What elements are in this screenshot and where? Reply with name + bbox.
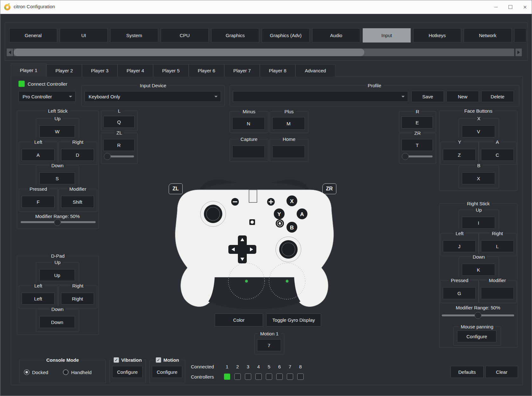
tab-advanced[interactable]: Advanced: [295, 64, 335, 76]
player-pane: [11, 76, 523, 385]
tab-partial[interactable]: [514, 28, 526, 43]
tab-input[interactable]: Input: [363, 28, 411, 43]
scroll-left-icon: [9, 50, 11, 54]
minimize-icon: [494, 7, 498, 7]
tab-player-3[interactable]: Player 3: [82, 64, 118, 76]
tab-player-5[interactable]: Player 5: [153, 64, 189, 76]
configuration-window: citron Configuration ✕ General UI System…: [0, 0, 532, 396]
window-title: citron Configuration: [14, 4, 55, 9]
tabstrip-scroll-right-button[interactable]: [515, 49, 522, 56]
tab-hotkeys[interactable]: Hotkeys: [413, 28, 461, 43]
tab-graphics-adv[interactable]: Graphics (Adv): [262, 28, 310, 43]
tab-player-2[interactable]: Player 2: [46, 64, 82, 76]
title-bar: citron Configuration ✕: [0, 0, 532, 14]
tab-player-1[interactable]: Player 1: [11, 63, 46, 76]
tab-system[interactable]: System: [110, 28, 158, 43]
tab-player-7[interactable]: Player 7: [224, 64, 260, 76]
tabstrip-scrollbar-handle[interactable]: [14, 49, 364, 56]
tab-network[interactable]: Network: [464, 28, 512, 43]
citron-app-icon: [3, 3, 11, 11]
tab-general[interactable]: General: [9, 28, 57, 43]
tab-player-8[interactable]: Player 8: [260, 64, 295, 76]
tab-graphics[interactable]: Graphics: [211, 28, 259, 43]
tab-ui[interactable]: UI: [60, 28, 108, 43]
maximize-icon: [508, 5, 512, 9]
tab-cpu[interactable]: CPU: [161, 28, 209, 43]
minimize-button[interactable]: [488, 0, 503, 14]
maximize-button[interactable]: [503, 0, 518, 14]
scroll-right-icon: [517, 50, 520, 54]
tabstrip-scroll-left-button[interactable]: [7, 49, 13, 56]
close-icon: ✕: [523, 5, 527, 10]
close-button[interactable]: ✕: [518, 0, 532, 14]
tab-player-4[interactable]: Player 4: [118, 64, 153, 76]
tab-player-6[interactable]: Player 6: [189, 64, 224, 76]
tab-audio[interactable]: Audio: [312, 28, 360, 43]
